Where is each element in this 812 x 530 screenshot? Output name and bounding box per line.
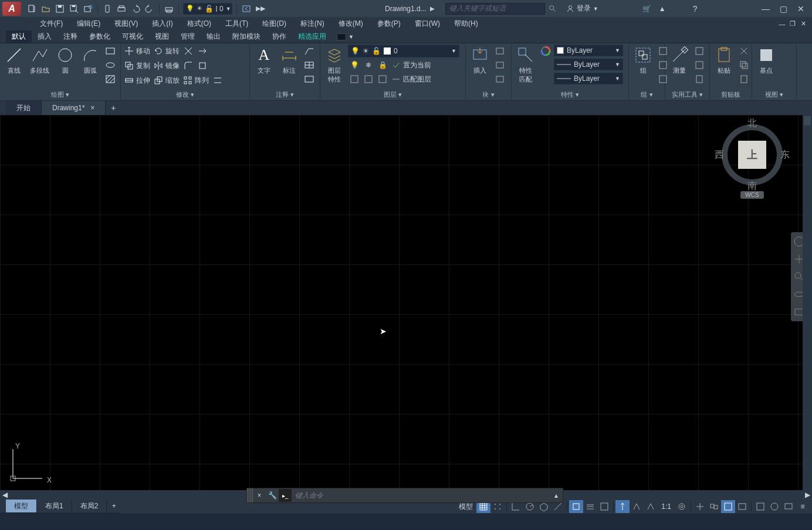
circle-button[interactable]: 圆 — [53, 45, 77, 76]
layer-properties-button[interactable]: 图层 特性 — [323, 45, 346, 85]
undo-icon[interactable] — [129, 2, 142, 15]
cut-icon[interactable] — [737, 45, 750, 57]
rectangle-icon[interactable] — [104, 45, 117, 57]
app-menu-button[interactable]: A — [2, 2, 21, 16]
minimize-button[interactable]: — — [757, 2, 774, 16]
panel-title-annotation[interactable]: 注释 ▾ — [252, 89, 317, 100]
hw-accel-icon[interactable] — [767, 500, 781, 513]
menu-window[interactable]: 窗口(W) — [408, 17, 447, 30]
qat-layer-combo[interactable]: 💡 ☀ 🔓 0 ▼ — [183, 3, 232, 15]
search-field[interactable]: 键入关键字或短语 — [445, 3, 545, 15]
menu-view[interactable]: 视图(V) — [107, 17, 145, 30]
arc-button[interactable]: 圆弧 — [79, 45, 102, 76]
stretch-button[interactable]: 拉伸 — [123, 74, 151, 87]
status-model-label[interactable]: 模型 — [455, 502, 476, 512]
panel-title-modify[interactable]: 修改 ▾ — [123, 89, 247, 100]
menu-file[interactable]: 文件(F) — [33, 17, 70, 30]
panel-title-block[interactable]: 块 ▾ — [468, 89, 509, 100]
create-block-icon[interactable] — [493, 45, 506, 57]
vertical-scrollbar[interactable] — [803, 115, 812, 490]
panel-title-draw[interactable]: 绘图 ▾ — [2, 89, 118, 100]
rotate-button[interactable]: 旋转 — [153, 45, 181, 57]
menu-help[interactable]: 帮助(H) — [447, 17, 485, 30]
calc-icon[interactable] — [693, 73, 706, 86]
menu-draw[interactable]: 绘图(D) — [255, 17, 293, 30]
ribbontab-collapse[interactable]: ▼ — [332, 30, 358, 43]
ribbontab-parametric[interactable]: 参数化 — [83, 30, 116, 43]
edit-block-icon[interactable] — [493, 59, 506, 72]
copyclip-icon[interactable] — [737, 59, 750, 72]
file-tab-drawing1[interactable]: Drawing1* × — [42, 101, 106, 115]
table-icon[interactable] — [303, 59, 316, 72]
insert-button[interactable]: 插入 — [468, 45, 492, 76]
play-icon[interactable]: ▶▶ — [254, 2, 267, 15]
close-button[interactable]: ✕ — [792, 2, 810, 16]
viewcube-top-face[interactable]: 上 — [738, 141, 766, 169]
transparency-icon[interactable] — [597, 500, 611, 513]
copy-button[interactable]: 复制 — [123, 59, 151, 72]
cleanscreen-icon[interactable] — [781, 500, 796, 513]
commandline-expand-icon[interactable]: ▴ — [550, 489, 563, 502]
open-file-icon[interactable] — [39, 2, 52, 15]
workspace-icon[interactable] — [693, 500, 707, 513]
layer-merge-icon[interactable] — [376, 73, 389, 86]
lineweight-icon[interactable] — [583, 500, 597, 513]
file-tab-start[interactable]: 开始 — [6, 101, 42, 115]
menu-parameter[interactable]: 参数(P) — [370, 17, 408, 30]
ribbontab-home[interactable]: 默认 — [6, 30, 32, 43]
dimension-button[interactable]: 标注 — [278, 45, 301, 76]
fillet-icon[interactable] — [182, 59, 195, 72]
status-scale[interactable]: 1:1 — [658, 502, 675, 511]
layer-uniso-icon[interactable] — [362, 73, 375, 86]
web-save-icon[interactable] — [82, 2, 94, 15]
match-prop-button[interactable]: 特性 匹配 — [514, 45, 537, 85]
extend-icon[interactable] — [196, 45, 209, 57]
plot-icon[interactable] — [115, 2, 128, 15]
customize-icon[interactable]: ≡ — [796, 500, 810, 513]
menu-edit[interactable]: 编辑(E) — [70, 17, 107, 30]
base-button[interactable]: 基点 — [755, 45, 778, 76]
mobile-icon[interactable] — [101, 2, 114, 15]
scale-button[interactable]: 缩放 — [153, 74, 181, 87]
group-button[interactable]: 组 — [631, 45, 655, 76]
layer-combo[interactable]: 💡 ☀ 🔓 0 ▼ — [348, 45, 459, 57]
paste-button[interactable]: 粘贴 — [712, 45, 736, 76]
redo-icon[interactable] — [143, 2, 156, 15]
hscroll-right-icon[interactable]: ▶ — [803, 490, 812, 500]
quickprops-icon[interactable] — [735, 500, 749, 513]
units-icon[interactable] — [721, 500, 735, 513]
autodesk-icon[interactable]: ▲ — [656, 2, 669, 15]
layout2-tab[interactable]: 布局2 — [72, 500, 107, 512]
hatch-icon[interactable] — [104, 73, 117, 86]
layout-add-button[interactable]: + — [107, 500, 121, 512]
offset-icon[interactable] — [211, 74, 224, 87]
help-icon[interactable]: ? — [689, 2, 702, 15]
ribbontab-annotate[interactable]: 注释 — [57, 30, 83, 43]
text-button[interactable]: A文字 — [252, 45, 276, 76]
polyline-button[interactable]: 多段线 — [28, 45, 52, 76]
ribbontab-featured[interactable]: 精选应用 — [292, 30, 332, 43]
menu-insert[interactable]: 插入(I) — [145, 17, 180, 30]
share-icon[interactable] — [240, 2, 253, 15]
isolate-icon[interactable] — [753, 500, 767, 513]
lineweight-combo[interactable]: ByLayer▼ — [554, 59, 623, 70]
anno-vis-icon[interactable] — [644, 500, 658, 513]
layer-iso-icon[interactable] — [348, 73, 361, 86]
ribbontab-addins[interactable]: 附加模块 — [226, 30, 266, 43]
cart-icon[interactable]: 🛒 — [641, 2, 654, 15]
panel-title-layers[interactable]: 图层 ▾ — [323, 89, 463, 100]
layer-lock-icon[interactable]: 🔒 — [376, 59, 389, 72]
menu-tools[interactable]: 工具(T) — [218, 17, 255, 30]
quickselect-icon[interactable] — [693, 45, 706, 57]
selection-cycling-icon[interactable] — [615, 500, 630, 513]
ribbontab-insert[interactable]: 插入 — [32, 30, 57, 43]
close-tab-icon[interactable]: × — [90, 104, 94, 112]
command-line[interactable]: × 🔧 ▸_ 键入命令 ▴ — [246, 488, 563, 503]
file-tab-add[interactable]: + — [106, 101, 121, 115]
leader-icon[interactable] — [303, 45, 316, 57]
search-icon[interactable] — [546, 2, 559, 15]
set-current-button[interactable]: 置为当前 — [390, 59, 432, 72]
selectall-icon[interactable] — [693, 59, 706, 72]
mirror-button[interactable]: 镜像 — [153, 59, 181, 72]
line-button[interactable]: 直线 — [2, 45, 26, 76]
